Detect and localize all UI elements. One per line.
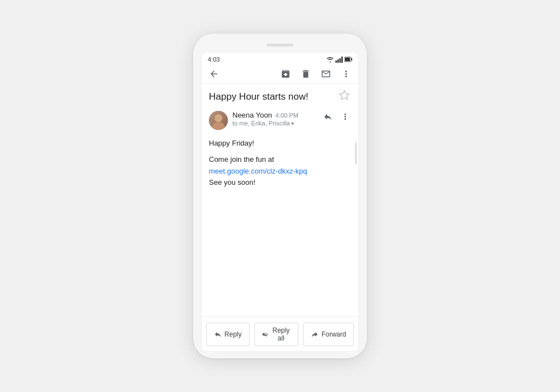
battery-icon [344, 57, 352, 62]
signal-icon [335, 57, 343, 63]
back-button[interactable] [208, 68, 220, 80]
status-time: 4:03 [208, 56, 220, 63]
email-body-paragraph: Come join the fun at meet.google.com/clz… [209, 154, 351, 189]
phone-screen: 4:03 [202, 53, 358, 351]
status-icons [326, 57, 352, 63]
phone-device: 4:03 [193, 34, 367, 358]
sender-row: Neena Yoon 4:00 PM to me, Erika, Priscil… [209, 111, 351, 130]
email-more-button[interactable] [339, 111, 351, 123]
sender-name-row: Neena Yoon 4:00 PM [232, 111, 318, 119]
email-link[interactable]: meet.google.com/clz-dkxz-kpq [209, 167, 307, 175]
svg-rect-0 [335, 60, 337, 63]
email-body: Happy Friday! Come join the fun at meet.… [209, 138, 351, 189]
sender-to-row: to me, Erika, Priscilla ▾ [232, 120, 318, 127]
chevron-down-icon[interactable]: ▾ [291, 120, 294, 127]
avatar-image [209, 111, 228, 130]
svg-rect-3 [342, 57, 343, 63]
reply-all-button[interactable]: Reply all [254, 323, 299, 346]
star-button[interactable] [338, 90, 351, 101]
phone-speaker [267, 44, 293, 46]
forward-button[interactable]: Forward [303, 323, 354, 346]
scrollbar [355, 142, 357, 165]
email-subject-row: Happy Hour starts now! [209, 91, 351, 103]
email-body-line3: See you soon! [209, 178, 255, 186]
email-body-line2: Come join the fun at [209, 155, 274, 164]
mark-unread-button[interactable] [320, 68, 332, 80]
email-subject: Happy Hour starts now! [209, 91, 338, 103]
reply-all-label: Reply all [272, 326, 291, 342]
sender-name: Neena Yoon [232, 111, 272, 119]
reply-button[interactable]: Reply [206, 323, 250, 346]
reply-label: Reply [225, 330, 242, 338]
reply-icon-button[interactable] [322, 111, 334, 123]
toolbar-right [279, 68, 352, 80]
svg-rect-6 [345, 58, 350, 61]
svg-rect-1 [338, 59, 339, 63]
avatar [209, 111, 228, 130]
status-bar: 4:03 [202, 53, 358, 64]
action-bar: Reply Reply all Forward [202, 316, 358, 351]
email-body-line1: Happy Friday! [209, 138, 351, 150]
archive-button[interactable] [279, 68, 292, 80]
sender-info: Neena Yoon 4:00 PM to me, Erika, Priscil… [232, 111, 318, 127]
delete-button[interactable] [300, 68, 312, 80]
toolbar [202, 64, 358, 84]
more-options-button[interactable] [340, 68, 352, 80]
sender-to: to me, Erika, Priscilla [232, 120, 290, 127]
svg-rect-5 [351, 58, 352, 60]
email-content: Happy Hour starts now! Neena Yoon 4:00 P… [202, 84, 358, 316]
forward-label: Forward [321, 330, 346, 338]
toolbar-left [208, 68, 220, 80]
svg-rect-2 [339, 58, 341, 63]
sender-time: 4:00 PM [276, 112, 298, 119]
wifi-icon [326, 57, 334, 63]
sender-actions [322, 111, 351, 123]
